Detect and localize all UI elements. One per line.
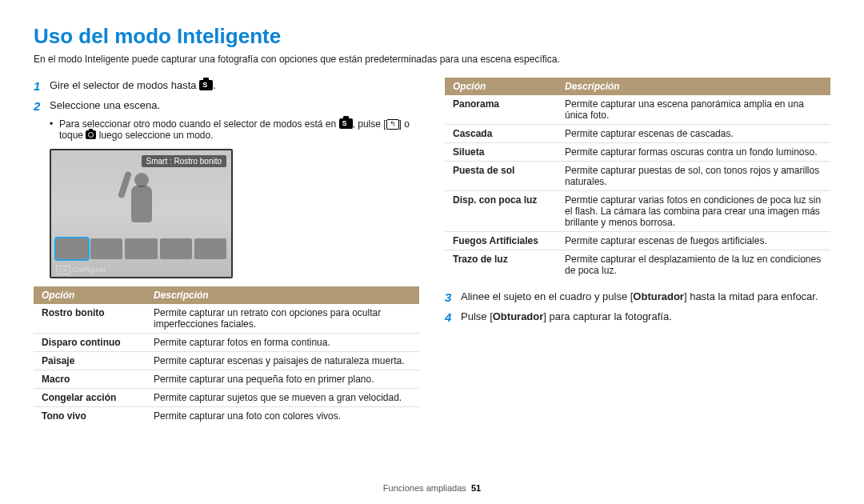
page-number: 51	[471, 483, 481, 493]
shutter-bold: Obturador	[493, 310, 544, 322]
option-cell: Tono vivo	[34, 407, 146, 426]
desc-cell: Permite capturar una escena panorámica a…	[557, 95, 830, 125]
desc-cell: Permite capturar sujetos que se mueven a…	[146, 389, 419, 407]
options-table-left: Opción Descripción Rostro bonitoPermite …	[34, 286, 419, 425]
scene-thumbnails	[56, 238, 226, 259]
step-2-note: Para seleccionar otro modo cuando el sel…	[50, 118, 419, 141]
th-desc: Descripción	[557, 78, 830, 95]
table-row: MacroPermite capturar una pequeña foto e…	[34, 370, 419, 389]
option-cell: Disparo continuo	[34, 334, 146, 352]
desc-cell: Permite capturar formas oscuras contra u…	[557, 143, 830, 162]
desc-cell: Permite capturar escenas y paisajes de n…	[146, 352, 419, 370]
th-option: Opción	[34, 286, 146, 304]
option-cell: Cascada	[445, 125, 557, 143]
options-table-right: Opción Descripción PanoramaPermite captu…	[445, 78, 830, 279]
option-cell: Silueta	[445, 143, 557, 162]
table-row: Fuegos ArtificialesPermite capturar esce…	[445, 232, 830, 250]
left-column: 1 Gire el selector de modos hasta . 2 Se…	[34, 76, 419, 425]
desc-cell: Permite capturar un retrato con opciones…	[146, 304, 419, 334]
option-cell: Puesta de sol	[445, 162, 557, 191]
step-1-text-b: .	[213, 79, 216, 91]
page-title: Uso del modo Inteligente	[34, 24, 830, 49]
thumb-selected	[56, 238, 88, 259]
table-row: Rostro bonitoPermite capturar un retrato…	[34, 304, 419, 334]
table-row: Disp. con poca luzPermtie capturar varia…	[445, 191, 830, 232]
table-row: SiluetaPermite capturar formas oscuras c…	[445, 143, 830, 162]
desc-cell: Permite capturar escenas de cascadas.	[557, 125, 830, 143]
table-row: PaisajePermite capturar escenas y paisaj…	[34, 352, 419, 370]
th-option: Opción	[445, 78, 557, 95]
option-cell: Rostro bonito	[34, 304, 146, 334]
table-row: CascadaPermite capturar escenas de casca…	[445, 125, 830, 143]
desc-cell: Permtie capturar varias fotos en condici…	[557, 191, 830, 232]
option-cell: Paisaje	[34, 352, 146, 370]
option-cell: Fuegos Artificiales	[445, 232, 557, 250]
back-icon: ↰	[386, 119, 399, 130]
desc-cell: Permite capturar el desplazamiento de la…	[557, 250, 830, 280]
mode-dial-s-icon	[199, 80, 213, 90]
step-1-text-a: Gire el selector de modos hasta	[50, 79, 197, 91]
step-3: 3 Alinee el sujeto en el cuadro y pulse …	[445, 289, 830, 307]
desc-cell: Permite capturar puestas de sol, con ton…	[557, 162, 830, 191]
thumb	[160, 238, 192, 259]
intro-text: En el modo Inteligente puede capturar un…	[34, 54, 830, 65]
table-row: Tono vivoPermite capturar una foto con c…	[34, 407, 419, 426]
right-column: Opción Descripción PanoramaPermite captu…	[445, 76, 830, 425]
table-row: Congelar acciónPermite capturar sujetos …	[34, 389, 419, 407]
config-label: Configurar	[73, 266, 106, 274]
step-2: 2 Seleccione una escena.	[34, 98, 419, 116]
option-cell: Congelar acción	[34, 389, 146, 407]
ok-bar: OKConfigurar	[56, 266, 106, 274]
step-1: 1 Gire el selector de modos hasta .	[34, 78, 419, 96]
step-2-text: Seleccione una escena.	[50, 98, 419, 116]
camera-icon	[86, 130, 96, 139]
table-row: Puesta de solPermite capturar puestas de…	[445, 162, 830, 191]
th-desc: Descripción	[146, 286, 419, 304]
desc-cell: Permite capturar escenas de fuegos artif…	[557, 232, 830, 250]
option-cell: Trazo de luz	[445, 250, 557, 280]
mode-dial-s-icon	[339, 118, 353, 129]
thumb	[90, 238, 122, 259]
table-row: PanoramaPermite capturar una escena pano…	[445, 95, 830, 125]
desc-cell: Permite capturar una foto con colores vi…	[146, 407, 419, 426]
table-row: Disparo continuoPermite capturar fotos e…	[34, 334, 419, 352]
desc-cell: Permite capturar fotos en forma continua…	[146, 334, 419, 352]
thumb	[125, 238, 157, 259]
option-cell: Disp. con poca luz	[445, 191, 557, 232]
shutter-bold: Obturador	[633, 290, 684, 302]
table-row: Trazo de luzPermite capturar el desplaza…	[445, 250, 830, 280]
option-cell: Macro	[34, 370, 146, 389]
thumb	[194, 238, 226, 259]
step-4: 4 Pulse [Obturador] para capturar la fot…	[445, 309, 830, 327]
silhouette-illustration	[107, 165, 163, 227]
scene-preview: Smart : Rostro bonito OKConfigurar	[50, 149, 233, 278]
footer-section: Funciones ampliadas	[383, 483, 466, 493]
option-cell: Panorama	[445, 95, 557, 125]
ok-button-label: OK	[56, 266, 70, 274]
desc-cell: Permite capturar una pequeña foto en pri…	[146, 370, 419, 389]
page-footer: Funciones ampliadas 51	[0, 483, 864, 493]
